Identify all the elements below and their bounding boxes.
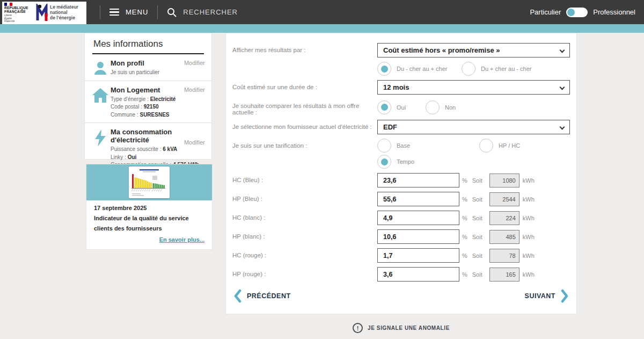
compare-offer-label: Je souhaite comparer les résultats à mon…	[232, 99, 377, 116]
housing-row: Commune : SURESNES	[111, 111, 205, 119]
radio-unchecked-icon[interactable]	[462, 62, 475, 76]
audience-toggle-group: Particulier Professionnel	[530, 0, 635, 24]
sort-most-expensive-first-option[interactable]: Du + cher au - cher	[462, 62, 531, 76]
radio-unchecked-icon[interactable]	[377, 139, 391, 153]
hp-rouge-percent-input[interactable]	[377, 267, 459, 282]
search-label: RECHERCHER	[183, 8, 238, 16]
hc-rouge-percent-input[interactable]	[377, 248, 459, 263]
hp-rouge-kwh-value: 165	[489, 268, 519, 282]
hc-blanc-kwh-value: 224	[489, 211, 519, 225]
house-icon	[90, 86, 111, 119]
toggle-right-label[interactable]: Professionnel	[593, 8, 635, 16]
hc-blanc-row: HC (blanc) : % Soit 224 kWh	[232, 211, 570, 225]
republique-francaise-logo: RÉPUBLIQUE FRANÇAISE Liberté Égalité Fra…	[4, 3, 33, 23]
news-banner	[86, 164, 212, 200]
housing-section: Mon Logement Type d'énergie : Electricit…	[85, 81, 211, 123]
radio-checked-icon[interactable]	[377, 155, 391, 169]
current-supplier-label: Je sélectionne mon fournisseur actuel d'…	[232, 120, 377, 134]
profile-modify-link[interactable]: Modifier	[184, 60, 205, 66]
mediateur-name: Le médiateur national de l'énergie	[50, 5, 78, 20]
tariff-base-option[interactable]: Base	[377, 139, 479, 153]
search-button[interactable]: RECHERCHER	[167, 8, 238, 17]
tariff-tempo-option[interactable]: Tempo	[377, 155, 414, 169]
hp-blanc-kwh-value: 485	[489, 230, 519, 244]
chevron-left-icon	[233, 289, 241, 303]
news-date: 17 septembre 2025	[94, 205, 204, 211]
mediateur-m-icon	[35, 4, 48, 22]
previous-button[interactable]: PRÉCÉDENT	[233, 289, 291, 303]
sidebar-title: Mes informations	[85, 33, 211, 53]
radio-checked-icon[interactable]	[377, 62, 391, 76]
exclamation-icon: !	[353, 323, 363, 333]
radio-unchecked-icon[interactable]	[426, 100, 440, 114]
hp-bleu-row: HP (Bleu) : % Soit 2544 kWh	[232, 192, 570, 206]
top-header: RÉPUBLIQUE FRANÇAISE Liberté Égalité Fra…	[0, 0, 644, 24]
current-supplier-select[interactable]: EDF	[377, 120, 570, 134]
comparison-form-panel: Afficher mes résultats par : Coût estimé…	[225, 33, 577, 314]
news-thumbnail-bar-chart	[129, 167, 170, 198]
profile-line: Je suis un particulier	[111, 69, 205, 77]
housing-row: Type d'énergie : Electricité	[111, 96, 205, 104]
news-card[interactable]: 17 septembre 2025 Indicateur de la quali…	[86, 164, 213, 250]
report-anomaly-button[interactable]: ! JE SIGNALE UNE ANOMALIE	[225, 323, 577, 333]
search-icon	[167, 8, 177, 17]
hamburger-icon	[109, 9, 119, 16]
compare-no-option[interactable]: Non	[426, 99, 456, 116]
chevron-down-icon	[560, 85, 565, 90]
tariff-hphc-option[interactable]: HP / HC	[479, 139, 520, 153]
news-text: 17 septembre 2025 Indicateur de la quali…	[86, 200, 212, 249]
audience-toggle[interactable]	[566, 8, 588, 17]
header-divider	[157, 5, 158, 19]
consumption-row: Linky : Oui	[111, 154, 205, 162]
hc-bleu-percent-input[interactable]	[377, 173, 459, 187]
news-title: Indicateur de la qualité du service clie…	[94, 213, 204, 233]
radio-unchecked-icon[interactable]	[479, 139, 493, 153]
republique-line2: FRANÇAISE	[4, 10, 33, 14]
menu-button[interactable]: MENU	[109, 8, 148, 16]
tariff-label: Je suis sur une tarification :	[232, 139, 377, 169]
person-icon	[90, 59, 111, 77]
consumption-modify-link[interactable]: Modifier	[184, 139, 205, 146]
toggle-left-label[interactable]: Particulier	[530, 8, 561, 16]
duration-select[interactable]: 12 mois	[377, 80, 570, 95]
display-by-select[interactable]: Coût estimé hors « promo/remise »	[377, 43, 570, 57]
toggle-knob	[567, 9, 575, 16]
profile-section: Mon profil Je suis un particulier Modifi…	[85, 54, 211, 81]
mediateur-energie-logo: Le médiateur national de l'énergie	[35, 4, 78, 22]
teal-accent-bar	[0, 24, 644, 33]
hp-blanc-percent-input[interactable]	[377, 229, 459, 244]
chevron-down-icon	[560, 125, 565, 130]
hp-bleu-percent-input[interactable]	[377, 192, 459, 206]
next-button[interactable]: SUIVANT	[525, 289, 569, 303]
consumption-row: Puissance souscrite : 6 kVA	[111, 146, 205, 154]
hc-rouge-row: HC (rouge) : % Soit 78 kWh	[232, 248, 570, 263]
chevron-right-icon	[561, 289, 569, 303]
hp-bleu-kwh-value: 2544	[489, 192, 519, 206]
housing-modify-link[interactable]: Modifier	[184, 86, 205, 93]
hp-rouge-row: HP (rouge) : % Soit 165 kWh	[232, 267, 570, 282]
hc-bleu-row: HC (Bleu) : % Soit 1080 kWh	[232, 173, 570, 187]
hc-bleu-kwh-value: 1080	[489, 174, 519, 187]
news-read-more-link[interactable]: En savoir plus...	[159, 236, 204, 243]
my-informations-panel: Mes informations Mon profil Je suis un p…	[84, 33, 212, 160]
hc-blanc-percent-input[interactable]	[377, 211, 459, 225]
republique-motto: Liberté Égalité Fraternité	[4, 14, 33, 23]
chevron-down-icon	[560, 48, 565, 53]
compare-yes-option[interactable]: Oui	[377, 99, 409, 116]
display-by-label: Afficher mes résultats par :	[232, 43, 377, 57]
brand-logos[interactable]: RÉPUBLIQUE FRANÇAISE Liberté Égalité Fra…	[2, 2, 86, 24]
sort-cheapest-first-option[interactable]: Du - cher au + cher	[377, 62, 462, 76]
menu-label: MENU	[126, 8, 148, 16]
duration-label: Coût estimé sur une durée de :	[232, 80, 377, 95]
housing-row: Code postal : 92150	[111, 103, 205, 111]
report-anomaly-label: JE SIGNALE UNE ANOMALIE	[368, 325, 450, 331]
hp-blanc-row: HP (blanc) : % Soit 485 kWh	[232, 229, 570, 244]
radio-checked-icon[interactable]	[377, 100, 391, 114]
header-divider	[100, 5, 100, 19]
hc-rouge-kwh-value: 78	[489, 249, 519, 263]
